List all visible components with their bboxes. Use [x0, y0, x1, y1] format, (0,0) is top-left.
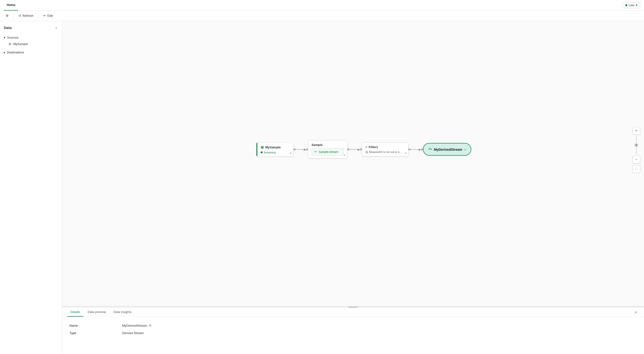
- node-myderivedstream[interactable]: 〜 MyDerivedStream ≡: [423, 143, 471, 156]
- flow-container: ⊞ MySample Streaming ≡ ▶: [256, 140, 471, 158]
- zoom-controls: + − ⛶: [632, 127, 640, 173]
- refresh-icon: ↺: [18, 14, 21, 18]
- connector-dot-1a: [294, 148, 296, 150]
- detail-row-name: Name MyDerivedStream ⧉: [70, 322, 637, 329]
- streaming-dot: [261, 151, 262, 153]
- tab-data-preview[interactable]: Data preview: [84, 308, 109, 317]
- canvas[interactable]: ⊞ MySample Streaming ≡ ▶: [62, 21, 644, 306]
- sources-chevron-icon: ▾: [4, 36, 6, 39]
- tab-details[interactable]: Details: [67, 308, 84, 317]
- connector-3: ▶: [408, 148, 423, 151]
- detail-row-type: Type Derived Stream: [70, 329, 637, 337]
- destinations-label: Destinations: [7, 51, 24, 54]
- tabs-row: Details Data preview Data insights ∨: [62, 308, 644, 317]
- sidebar-title: Data: [4, 26, 12, 30]
- destinations-section: ▸ Destinations: [0, 49, 62, 56]
- sidebar-item-mysample[interactable]: ⊞ MySample: [0, 41, 62, 47]
- type-value-text: Derived Stream: [122, 331, 144, 335]
- derived-stream-title: MyDerivedStream: [434, 147, 462, 151]
- mysample-node-subtitle: Streaming: [264, 151, 276, 154]
- destinations-header[interactable]: ▸ Destinations: [0, 49, 62, 56]
- bottom-panel: Details Data preview Data insights ∨ Nam…: [62, 306, 644, 354]
- connector-dot-3a: [408, 148, 410, 150]
- node-filter1[interactable]: ≡ Filter1 ⊟ BikepointID is not null or e…: [362, 142, 408, 156]
- name-value: MyDerivedStream ⧉: [122, 323, 151, 327]
- connector-dot-1b: [306, 148, 308, 150]
- sources-header[interactable]: ▾ Sources: [0, 34, 62, 41]
- toolbar-divider-2: [38, 13, 38, 19]
- sample-node-title: Sample: [312, 143, 322, 147]
- sidebar: Data « ▾ Sources ⊞ MySample ▸ Destinatio…: [0, 21, 62, 354]
- live-chevron-icon: ▾: [636, 3, 638, 7]
- sidebar-header: Data «: [0, 25, 62, 34]
- filter-condition-icon: ⊟: [365, 150, 368, 154]
- name-value-text: MyDerivedStream: [122, 324, 147, 327]
- edit-icon: ✏: [43, 14, 46, 18]
- connector-dot-2b: [360, 148, 362, 150]
- sample-stream-label: Sample-stream: [319, 150, 338, 154]
- connector-arrow-3: ▶: [419, 148, 421, 151]
- mysample-node-title: MySample: [265, 146, 280, 149]
- sample-node-menu[interactable]: ≡: [344, 153, 346, 157]
- edit-label: Edit: [48, 14, 53, 18]
- panel-collapse-button[interactable]: ∨: [632, 308, 639, 316]
- connector-2: ▶: [348, 148, 362, 151]
- toolbar: ⚙ ↺ Refresh ✏ Edit: [0, 11, 644, 21]
- type-label: Type: [70, 331, 122, 335]
- sample-stream-icon: 〜: [314, 150, 317, 154]
- settings-icon: ⚙: [6, 14, 8, 18]
- tab-data-insights[interactable]: Data insights: [110, 308, 135, 317]
- connector-arrow-2: ▶: [358, 148, 360, 151]
- toolbar-divider: [14, 13, 14, 19]
- details-content: Name MyDerivedStream ⧉ Type Derived Stre…: [62, 317, 644, 341]
- connector-arrow-1: ▶: [304, 148, 306, 151]
- filter1-title: Filter1: [369, 145, 378, 149]
- refresh-button[interactable]: ↺ Refresh: [16, 13, 36, 19]
- connector-dot-2a: [348, 148, 349, 150]
- connector-line-2: [349, 149, 358, 150]
- sources-section: ▾ Sources ⊞ MySample: [0, 34, 62, 47]
- top-nav: Home Live ▾: [0, 0, 644, 11]
- node-mysample[interactable]: ⊞ MySample Streaming ≡: [256, 142, 294, 156]
- zoom-slider-thumb[interactable]: [635, 144, 638, 146]
- type-value: Derived Stream: [122, 331, 144, 335]
- mysample-node-icon: ⊞: [261, 145, 264, 149]
- filter-icon: ≡: [365, 145, 367, 149]
- zoom-slider-track: [636, 135, 636, 155]
- fit-button[interactable]: ⛶: [632, 165, 640, 173]
- filter1-node-menu[interactable]: ≡: [405, 151, 406, 155]
- live-label: Live: [629, 3, 634, 7]
- connector-1: ▶: [294, 148, 308, 151]
- mysample-grid-icon: ⊞: [8, 42, 11, 46]
- mysample-node-menu[interactable]: ≡: [290, 151, 292, 155]
- connector-line-3: [410, 149, 419, 150]
- main-layout: Data « ▾ Sources ⊞ MySample ▸ Destinatio…: [0, 21, 644, 354]
- zoom-out-button[interactable]: −: [632, 156, 640, 163]
- home-tab[interactable]: Home: [4, 0, 18, 11]
- connector-line-1: [296, 149, 304, 150]
- connector-dot-3b: [421, 148, 423, 150]
- destinations-chevron-icon: ▸: [4, 51, 6, 54]
- mysample-label: MySample: [13, 42, 28, 46]
- drag-handle-bar: [348, 307, 358, 307]
- settings-button[interactable]: ⚙: [3, 13, 12, 19]
- sources-label: Sources: [7, 36, 18, 39]
- derived-stream-icon: 〜: [428, 147, 432, 152]
- zoom-in-button[interactable]: +: [632, 127, 640, 134]
- node-sample[interactable]: Sample 〜 Sample-stream ≡: [308, 140, 348, 158]
- filter1-condition: BikepointID is not null or e...: [369, 151, 402, 153]
- copy-name-button[interactable]: ⧉: [149, 323, 151, 327]
- name-label: Name: [70, 324, 122, 327]
- live-dot: [625, 4, 627, 6]
- refresh-label: Refresh: [22, 14, 34, 18]
- collapse-sidebar-button[interactable]: «: [54, 25, 58, 31]
- edit-button[interactable]: ✏ Edit: [40, 13, 56, 19]
- derived-stream-menu[interactable]: ≡: [464, 147, 466, 151]
- canvas-area: ⊞ MySample Streaming ≡ ▶: [62, 21, 644, 354]
- live-badge[interactable]: Live ▾: [623, 2, 640, 8]
